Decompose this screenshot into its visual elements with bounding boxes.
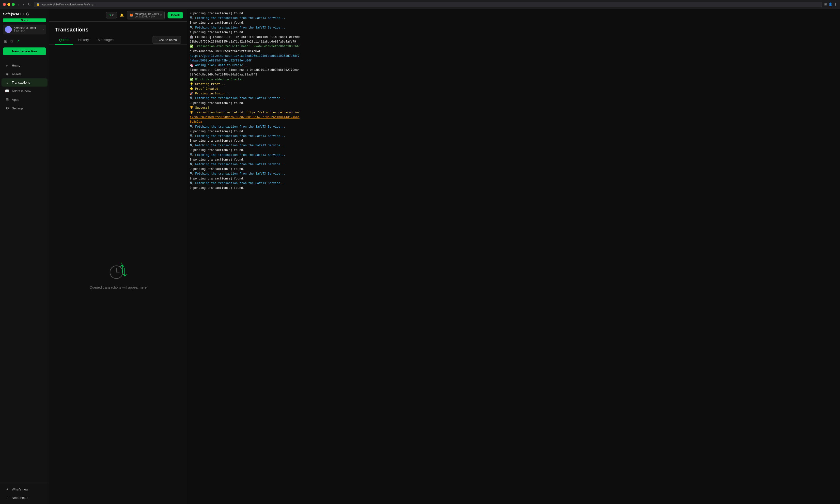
top-bar: S 0 🔔 🦊 MetaMask @ Goerli gor:0x5381...4… [49,9,187,22]
icon-bar: ⊞ ⎘ ↗ [3,36,46,46]
address-bar[interactable]: 🔒 app.safe.global/transactions/queue?saf… [34,2,822,7]
terminal-line: 💡 Creating Proof... [190,82,838,87]
sidebar-item-home[interactable]: ⌂ Home [1,61,48,70]
empty-state-icon [107,259,129,282]
metamask-btn[interactable]: 🦊 MetaMask @ Goerli gor:0x5381...4149 ▾ [127,11,164,19]
terminal-line: 🔍 Fetching the transaction from the Safe… [190,96,838,101]
network-badge[interactable]: Goerli [3,18,46,22]
transactions-icon: ↕ [5,80,10,85]
external-icon-btn[interactable]: ↗ [16,38,21,44]
terminal-line: 🦄 Adding block data to Oracle... [190,63,838,68]
terminal-line: 🔍 Fetching the transaction from the Safe… [190,172,838,176]
sidebar-item-label-home: Home [12,64,20,67]
app-title: Safe{WALLET} [3,12,46,16]
terminal-line[interactable]: tx/0x92b3c15946f20398dcc5780cd238b190162… [190,115,838,120]
terminal-line: 0 pending transaction(s) found. [190,177,838,181]
settings-icon: ⚙ [5,106,10,110]
terminal-line: 23bbec5f559c2789d31354e1a71b32a34e28c114… [190,40,838,44]
tab-history[interactable]: History [74,35,93,45]
terminal-line: 🏆 Transaction hash for refund: https://a… [190,110,838,115]
sidebar-item-apps[interactable]: ⊞ Apps [1,95,48,104]
terminal-line: 🔍 Fetching the transaction from the Safe… [190,162,838,167]
safe-apps-count: 0 [112,13,114,17]
forward-button[interactable]: › [22,2,25,7]
account-balance: 1.86 USD [14,30,41,33]
terminal-line[interactable]: 4abaed5602be8035d4f2b4d92ff98e4b04f [190,58,838,63]
close-btn[interactable] [3,3,6,6]
sidebar-item-settings[interactable]: ⚙ Settings [1,104,48,112]
terminal-line: 🔍 Fetching the transaction from the Safe… [190,25,838,30]
extensions-btn[interactable]: ⊞ [824,2,827,6]
sidebar-item-label-assets: Assets [12,72,21,76]
sidebar-item-whats-new[interactable]: ✦ What's new [1,485,48,493]
metamask-icon: 🦊 [129,13,133,17]
execute-batch-button[interactable]: Execute batch [153,36,181,44]
notifications-btn[interactable]: 🔔 [120,13,124,17]
whats-new-icon: ✦ [5,487,10,491]
browser-actions: ⊞ 👤 ⋮ [824,2,837,6]
tabs-bar: Queue History Messages Execute batch [49,35,187,45]
sidebar-item-label-settings: Settings [12,106,23,110]
more-btn[interactable]: ⋮ [834,2,837,6]
terminal-line: Block number: 9390857 Block hash: 0xd3b9… [190,68,838,73]
terminal-line: 🚀 Proving inclusion... [190,91,838,96]
sidebar-item-label-whats-new: What's new [12,487,28,491]
terminal-line: 0 pending transaction(s) found. [190,186,838,191]
terminal-line: 0 pending transaction(s) found. [190,11,838,16]
terminal-line: 0 pending transaction(s) found. [190,129,838,134]
terminal-line: 🤖 Executing transaction for safeTransact… [190,35,838,40]
svg-point-5 [121,263,122,264]
terminal-line: ✅ Block data added to Oracle. [190,77,838,82]
account-name: gor:0x8fF3...bc6F [14,26,41,30]
terminal-line: ✅ Transaction executed with hash: 0xa695… [190,44,838,49]
navigation: ⌂ Home ◈ Assets ↕ Transactions 📖 Address… [0,59,49,483]
minimize-btn[interactable] [7,3,10,6]
main-content: S 0 🔔 🦊 MetaMask @ Goerli gor:0x5381...4… [49,9,187,504]
terminal-line: ⭐ Proof Created. [190,87,838,91]
window-controls [3,3,15,6]
network-button[interactable]: Goerli [168,12,183,18]
terminal-line: 🏆 Success! [190,106,838,110]
sidebar-header: Safe{WALLET} Goerli gor:0x8fF3...bc6F 1.… [0,9,49,59]
lock-icon: 🔒 [36,3,40,6]
terminal-line: e58f74abaed5602be8035d4f2b4d92ff98e4b04f [190,49,838,54]
reload-button[interactable]: ↻ [27,2,32,7]
safe-apps-btn[interactable]: S 0 [106,12,117,18]
account-selector[interactable]: gor:0x8fF3...bc6F 1.86 USD › [3,24,46,34]
terminal-line[interactable]: https://goerli.etherscan.io/tx/0xa695e1d… [190,54,838,58]
tab-queue[interactable]: Queue [55,35,73,45]
sidebar-item-need-help[interactable]: ? Need help? [1,494,48,502]
chevron-right-icon: › [43,28,44,31]
terminal-line[interactable]: 8c8c2da [190,120,838,124]
terminal-line: 1 pending transaction(s) found. [190,30,838,35]
address-book-icon: 📖 [5,89,10,93]
maximize-btn[interactable] [12,3,15,6]
metamask-address: gor:0x5381...4149 [135,15,159,18]
sidebar-item-transactions[interactable]: ↕ Transactions [1,78,48,87]
apps-icon: ⊞ [5,97,10,102]
need-help-icon: ? [5,496,10,500]
copy-icon-btn[interactable]: ⎘ [10,38,14,44]
home-icon: ⌂ [5,64,10,68]
sidebar-item-label-apps: Apps [12,98,19,102]
url-text: app.safe.global/transactions/queue?safe=… [41,3,95,6]
account-info: gor:0x8fF3...bc6F 1.86 USD [14,26,41,33]
sidebar-item-address-book[interactable]: 📖 Address book [1,87,48,95]
sidebar-item-label-need-help: Need help? [12,496,28,500]
terminal-line: 33fe14c8ec3d9b4ef1948ba84a06aac03adff3 [190,73,838,77]
back-button[interactable]: ‹ [17,2,20,7]
terminal-panel[interactable]: 0 pending transaction(s) found.🔍 Fetchin… [187,9,840,504]
sidebar-item-label-transactions: Transactions [12,80,30,84]
profile-btn[interactable]: 👤 [828,2,833,6]
metamask-label: MetaMask @ Goerli [135,12,159,15]
tab-messages[interactable]: Messages [94,35,118,45]
sidebar: Safe{WALLET} Goerli gor:0x8fF3...bc6F 1.… [0,9,49,504]
sidebar-footer: ✦ What's new ? Need help? [0,483,49,504]
terminal-line: 🔍 Fetching the transaction from the Safe… [190,181,838,186]
terminal-line: 0 pending transaction(s) found. [190,21,838,25]
new-transaction-button[interactable]: New transaction [3,48,46,55]
terminal-line: 🔍 Fetching the transaction from the Safe… [190,16,838,21]
sidebar-item-assets[interactable]: ◈ Assets [1,70,48,78]
grid-icon-btn[interactable]: ⊞ [3,38,8,44]
empty-state: Queued transactions will appear here [49,45,187,504]
